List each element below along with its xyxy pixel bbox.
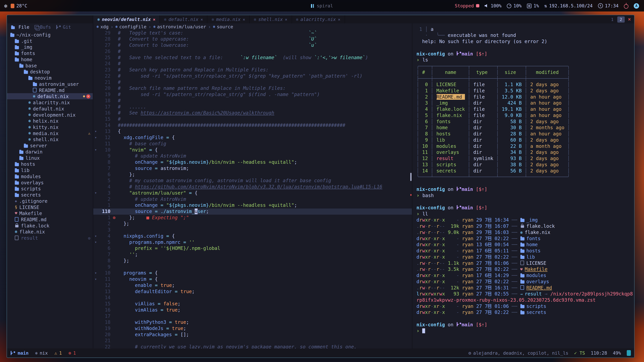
buffer-tab-neovim/default.nix[interactable]: ❄neovim/default.nix×: [93, 15, 160, 23]
code-line[interactable]: 22 # sed -ri "s/pattern_str/replace_str/…: [93, 73, 412, 79]
tree-item-.git[interactable]: .git: [7, 38, 93, 44]
neotree-tab-bufs[interactable]: Bufs: [34, 24, 51, 30]
code-line[interactable]: 4 # https://github.com/AstroNvim/AstroNv…: [93, 184, 412, 190]
tree-item-base[interactable]: base: [7, 62, 93, 68]
tree-item-Makefile[interactable]: ♥Makefile: [7, 210, 93, 216]
code-line[interactable]: 2 # update AstroNvim: [93, 196, 412, 202]
tree-item-README.md[interactable]: README.md: [7, 87, 93, 93]
tree-item-desktop[interactable]: desktop: [7, 68, 93, 75]
code-line[interactable]: ▾10 programs = {: [93, 270, 412, 276]
breadcrumb-item[interactable]: ❄astronvim/lua/user: [153, 24, 206, 29]
code-line[interactable]: 12 enable = true;: [93, 282, 412, 289]
tree-item-kitty.nix[interactable]: ❄kitty.nix: [7, 124, 93, 130]
recorder-widget[interactable]: Stopped: [455, 3, 479, 8]
fold-chevron-icon[interactable]: ▾: [93, 129, 98, 135]
tree-item-media.nix[interactable]: ❄media.nix⚠: [7, 130, 93, 136]
keyboard-layout-badge[interactable]: A: [634, 3, 639, 8]
tree-item-linux[interactable]: linux: [7, 155, 93, 161]
code-line[interactable]: 1 onChange = "${pkgs.neovim}/bin/nvim --…: [93, 202, 412, 209]
close-icon[interactable]: ×: [243, 17, 245, 22]
code-line[interactable]: 18 withPython3 = true;: [93, 319, 412, 326]
fold-chevron-icon[interactable]: ▾: [93, 190, 98, 196]
neotree-tab-git[interactable]: Git: [56, 24, 71, 30]
code-line[interactable]: ▾11 neovim = {: [93, 276, 412, 282]
close-icon[interactable]: ×: [200, 17, 203, 22]
tree-item-shell.nix[interactable]: ❄shell.nix: [7, 136, 93, 142]
statusline-errors[interactable]: ⊗ 1: [68, 350, 76, 356]
close-icon[interactable]: ×: [153, 17, 156, 22]
volume-widget[interactable]: 100%: [484, 3, 502, 8]
statusline-warnings[interactable]: ⚠ 1: [54, 350, 62, 356]
code-line[interactable]: 21 #: [93, 79, 412, 85]
breadcrumb-item[interactable]: ❄source: [213, 24, 233, 29]
tree-item-alacritty.nix[interactable]: ❄alacritty.nix: [7, 99, 93, 106]
code-line[interactable]: 16 vimAlias = true;: [93, 307, 412, 313]
tree-item-hosts[interactable]: hosts: [7, 161, 93, 167]
fold-chevron-icon[interactable]: ▾: [93, 135, 98, 141]
tree-item-helix.nix[interactable]: ❄helix.nix: [7, 118, 93, 124]
code-line[interactable]: 1⊗ }; ■ Expecting ";": [93, 215, 412, 221]
close-icon[interactable]: ×: [285, 17, 287, 22]
breadcrumb-item[interactable]: ❄configFile: [116, 24, 146, 29]
tree-item-secrets[interactable]: secrets: [7, 192, 93, 198]
code-line[interactable]: 9: [93, 264, 412, 270]
tree-item-_img[interactable]: _img: [7, 44, 93, 50]
tree-item-default.nix[interactable]: ❄default.nix: [7, 105, 93, 112]
network-widget[interactable]: ⇅ 192.168.5.100/24: [544, 3, 593, 8]
media-widget[interactable]: spiral: [311, 3, 333, 8]
close-icon[interactable]: ×: [338, 17, 340, 22]
buffer-tab-alacritty.nix[interactable]: ❄alacritty.nix×: [292, 15, 345, 23]
code-line[interactable]: 14 #####################################…: [93, 122, 412, 129]
tree-item-lib[interactable]: lib: [7, 167, 93, 173]
code-line[interactable]: ▾12 xdg.configFile = {: [93, 135, 412, 141]
tree-item-development.nix[interactable]: ❄development.nix: [7, 112, 93, 118]
code-line[interactable]: 15 #: [93, 116, 412, 122]
code-line[interactable]: 7 source = astronvim;: [93, 165, 412, 172]
code-line[interactable]: 28 # Convert to uppercase: `U`: [93, 36, 412, 42]
code-line[interactable]: 23 # Search key pattern and Replace in M…: [93, 67, 412, 73]
tree-item-.gitignore[interactable]: ◆.gitignore: [7, 198, 93, 204]
code-line[interactable]: 27 # Convert to lowercase: `u`: [93, 42, 412, 48]
tabpage-2[interactable]: 2: [617, 16, 624, 22]
code-line[interactable]: 24 #: [93, 61, 412, 67]
code-line[interactable]: 19 # sed -ri "s/pattern_str/replace_str/…: [93, 91, 412, 98]
power-icon[interactable]: [624, 4, 628, 8]
code-line[interactable]: 9 # update AstroNvim: [93, 153, 412, 159]
memory-widget[interactable]: 1%: [527, 3, 539, 8]
fold-chevron-icon[interactable]: ▾: [93, 239, 98, 246]
neotree-tab-file[interactable]: File: [11, 24, 29, 30]
tree-item-astronvim_user[interactable]: astronvim_user: [7, 81, 93, 87]
tree-item-result[interactable]: result◎: [7, 235, 93, 241]
code-line[interactable]: 6 prefix = ''${HOME}/.npm-global: [93, 245, 412, 252]
fold-chevron-icon[interactable]: ▾: [93, 233, 98, 239]
code-line[interactable]: 14: [93, 295, 412, 301]
fold-chevron-icon[interactable]: ▾: [93, 276, 98, 282]
code-line[interactable]: 25 # Save the selected text to a file: `…: [93, 55, 412, 61]
close-icon[interactable]: ×: [628, 16, 631, 22]
code-line[interactable]: 26 #: [93, 48, 412, 55]
code-line[interactable]: 19 withNodeJs = true;: [93, 326, 412, 332]
code-line[interactable]: 7 '';: [93, 252, 412, 258]
clock-widget[interactable]: 17:34: [598, 3, 618, 8]
nixos-logo-icon[interactable]: ❄: [4, 3, 7, 9]
code-line[interactable]: 21: [93, 338, 412, 344]
code-line[interactable]: ▾5 programs.npm.npmrc = '': [93, 239, 412, 246]
code-line[interactable]: 8 };: [93, 258, 412, 264]
code-line[interactable]: 8 onChange = "${pkgs.neovim}/bin/nvim --…: [93, 159, 412, 165]
code-line[interactable]: 17: [93, 313, 412, 320]
cpu-widget[interactable]: 10%: [507, 3, 522, 8]
code-line[interactable]: 18 #: [93, 98, 412, 104]
tree-item-fonts[interactable]: fonts: [7, 50, 93, 56]
tree-item-home[interactable]: home: [7, 56, 93, 62]
code-line[interactable]: 6 };: [93, 172, 412, 178]
code-line[interactable]: 20 # Search file name pattern and Replac…: [93, 85, 412, 91]
code-line[interactable]: 22 # currently we use lazy.nvim as neovi…: [93, 344, 412, 349]
tree-item-overlays[interactable]: overlays: [7, 179, 93, 186]
buffer-tab-media.nix[interactable]: ❄media.nix×: [208, 15, 250, 23]
breadcrumb-item[interactable]: ❄xdg: [96, 24, 109, 29]
tree-item-default.nix[interactable]: ❄default.nix●×: [7, 93, 93, 99]
code-line[interactable]: ▾4 nixpkgs.config = {: [93, 233, 412, 239]
terminal-panel[interactable]: 1 │ a · ╰── executable was not found hel…: [412, 23, 634, 349]
code-line[interactable]: 5 # my cusotom astronvim config, astronv…: [93, 178, 412, 184]
temperature-widget[interactable]: 28°C: [10, 3, 27, 8]
